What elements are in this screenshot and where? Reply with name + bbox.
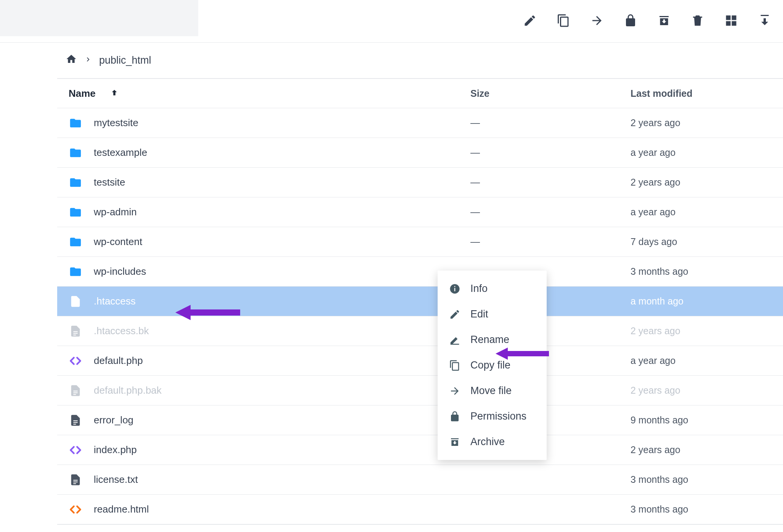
breadcrumb-current[interactable]: public_html	[99, 54, 151, 66]
file-name: testexample	[94, 147, 147, 159]
file-modified: 2 years ago	[631, 444, 783, 455]
table-row[interactable]: wp-admin—a year ago	[57, 197, 783, 227]
ctx-permissions[interactable]: Permissions	[438, 404, 547, 429]
ctx-rename[interactable]: Rename	[438, 327, 547, 353]
folder-icon	[69, 265, 82, 278]
file-modified: 7 days ago	[631, 236, 783, 247]
column-modified[interactable]: Last modified	[631, 88, 693, 99]
table-row[interactable]: testexample—a year ago	[57, 138, 783, 168]
file-modified: 2 years ago	[631, 325, 783, 337]
file-modified: 2 years ago	[631, 177, 783, 188]
chevron-right-icon	[84, 54, 92, 66]
file-modified: 2 years ago	[631, 117, 783, 128]
file-modified: 3 months ago	[631, 504, 783, 515]
file-name: default.php.bak	[94, 385, 162, 396]
grid-icon[interactable]	[724, 14, 738, 29]
context-menu: Info Edit Rename Copy file Move file Per…	[438, 271, 547, 460]
folder-icon	[69, 176, 82, 189]
ctx-copy[interactable]: Copy file	[438, 353, 547, 378]
folder-icon	[69, 146, 82, 159]
code-purple-icon	[69, 444, 82, 457]
file-dark-icon	[69, 473, 82, 486]
code-purple-icon	[69, 354, 82, 367]
file-modified: 2 years ago	[631, 385, 783, 396]
table-row[interactable]: license.txt3 months ago	[57, 465, 783, 495]
table-row[interactable]: wp-content—7 days ago	[57, 227, 783, 257]
file-name: .htaccess.bk	[94, 325, 149, 337]
file-size: —	[470, 147, 631, 158]
folder-icon	[69, 236, 82, 248]
file-icon	[69, 295, 82, 308]
table-row[interactable]: mytestsite—2 years ago	[57, 108, 783, 138]
file-muted-icon	[69, 325, 82, 338]
sort-arrow-up-icon[interactable]	[107, 88, 119, 99]
file-modified: 3 months ago	[631, 266, 783, 277]
file-name: wp-admin	[94, 206, 137, 218]
file-size: —	[470, 177, 631, 188]
table-row[interactable]: index.php2 years ago	[57, 435, 783, 465]
file-modified: a month ago	[631, 296, 783, 307]
file-name: license.txt	[94, 474, 138, 486]
file-modified: a year ago	[631, 147, 783, 158]
table-row[interactable]: default.php.bak2 years ago	[57, 376, 783, 405]
folder-icon	[69, 117, 82, 130]
file-muted-icon	[69, 384, 82, 397]
table-row[interactable]: readme.html3 months ago	[57, 495, 783, 524]
breadcrumb: public_html	[57, 43, 783, 78]
file-modified: 3 months ago	[631, 474, 783, 485]
table-row[interactable]: testsite—2 years ago	[57, 168, 783, 197]
ctx-info[interactable]: Info	[438, 276, 547, 301]
file-name: testsite	[94, 176, 125, 188]
file-name: mytestsite	[94, 117, 138, 129]
move-icon[interactable]	[590, 14, 604, 29]
table-row[interactable]: default.phpa year ago	[57, 346, 783, 376]
file-name: wp-content	[94, 236, 142, 248]
code-orange-icon	[69, 503, 82, 516]
trash-icon[interactable]	[691, 14, 704, 29]
ctx-move[interactable]: Move file	[438, 378, 547, 404]
file-size: —	[470, 207, 631, 218]
ctx-edit[interactable]: Edit	[438, 301, 547, 327]
permissions-icon[interactable]	[624, 14, 637, 29]
folder-icon	[69, 206, 82, 219]
edit-icon[interactable]	[523, 14, 537, 29]
file-modified: a year ago	[631, 207, 783, 218]
file-dark-icon	[69, 414, 82, 427]
file-name: wp-includes	[94, 266, 146, 277]
file-modified: 9 months ago	[631, 415, 783, 426]
archive-icon[interactable]	[657, 14, 671, 29]
table-row[interactable]: .htaccess2.1 KBa month ago	[57, 287, 783, 316]
table-row[interactable]: error_log9 months ago	[57, 405, 783, 435]
table-row[interactable]: wp-includes—3 months ago	[57, 257, 783, 287]
column-size[interactable]: Size	[470, 88, 489, 99]
file-name: error_log	[94, 414, 133, 426]
file-size: —	[470, 236, 631, 247]
file-name: readme.html	[94, 503, 149, 515]
download-icon[interactable]	[758, 14, 772, 29]
column-name[interactable]: Name	[69, 88, 96, 99]
file-name: .htaccess	[94, 295, 136, 307]
ctx-archive[interactable]: Archive	[438, 429, 547, 455]
file-size: —	[470, 117, 631, 128]
toolbar	[0, 0, 783, 43]
copy-icon[interactable]	[557, 14, 570, 29]
file-name: default.php	[94, 355, 143, 367]
file-name: index.php	[94, 444, 137, 456]
table-header: Name Size Last modified	[57, 79, 783, 108]
table-row[interactable]: .htaccess.bk2 years ago	[57, 316, 783, 346]
file-modified: a year ago	[631, 355, 783, 366]
home-icon[interactable]	[66, 53, 77, 67]
file-table: Name Size Last modified mytestsite—2 yea…	[57, 78, 783, 525]
